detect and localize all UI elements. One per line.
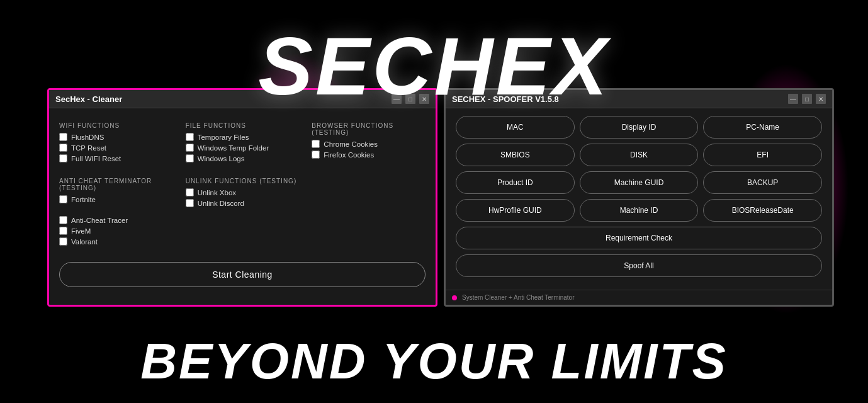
valorant-checkbox[interactable] <box>59 237 67 246</box>
win-temp-folder-item[interactable]: Windows Temp Folder <box>186 144 300 152</box>
spoofer-body: MAC Display ID PC-Name SMBIOS DISK EFI P… <box>446 108 832 290</box>
fortnite-checkbox[interactable] <box>59 195 67 203</box>
win-logs-checkbox[interactable] <box>186 154 194 162</box>
unlink-xbox-label: Unlink Xbox <box>198 189 236 196</box>
tcp-reset-label: TCP Reset <box>71 144 106 152</box>
spoofer-maximize-btn[interactable]: □ <box>802 94 812 104</box>
flush-dns-checkbox[interactable] <box>59 133 67 141</box>
firefox-cookies-item[interactable]: Firefox Cookies <box>312 150 426 159</box>
chrome-cookies-item[interactable]: Chrome Cookies <box>312 140 426 148</box>
temp-files-item[interactable]: Temporary Files <box>186 133 300 141</box>
temp-files-label: Temporary Files <box>198 133 249 141</box>
fortnite-label: Fortnite <box>71 196 96 203</box>
anticheat-section: ANTI CHEAT TERMINATOR (testing) Fortnite… <box>59 171 173 248</box>
flush-dns-item[interactable]: FlushDNS <box>59 133 173 141</box>
tcp-reset-checkbox[interactable] <box>59 144 67 152</box>
full-wifi-reset-label: Full WIFI Reset <box>71 155 121 162</box>
temp-files-checkbox[interactable] <box>186 133 194 141</box>
spoofer-window: SECHEX - SPOOFER V1.5.8 — □ ✕ MAC Displa… <box>444 88 834 307</box>
anti-cheat-tracer-item[interactable]: Anti-Cheat Tracer <box>59 216 128 224</box>
unlink-discord-item[interactable]: Unlink Discord <box>186 199 300 207</box>
unlink-section: UNLINK FUNCTIONS (testing) Unlink Xbox U… <box>186 171 300 248</box>
spoofer-grid-row4: HwProfile GUID Machine ID BIOSReleaseDat… <box>456 199 822 222</box>
unlink-discord-checkbox[interactable] <box>186 199 194 207</box>
anticheat-header: ANTI CHEAT TERMINATOR (testing) <box>59 178 173 191</box>
chrome-cookies-label: Chrome Cookies <box>324 140 378 148</box>
bottom-sections-row: ANTI CHEAT TERMINATOR (testing) Fortnite… <box>59 171 426 248</box>
unlink-xbox-item[interactable]: Unlink Xbox <box>186 188 300 196</box>
hwprofile-guid-button[interactable]: HwProfile GUID <box>456 199 575 222</box>
smbios-button[interactable]: SMBIOS <box>456 144 575 166</box>
mac-button[interactable]: MAC <box>456 116 575 139</box>
unlink-header: UNLINK FUNCTIONS (testing) <box>186 178 300 184</box>
spoofer-minimize-btn[interactable]: — <box>788 94 798 104</box>
watermark-bottom: BEYOND YOUR LIMITS <box>140 332 728 390</box>
flush-dns-label: FlushDNS <box>71 133 104 141</box>
cleaner-titlebar: SecHex - Cleaner — □ ✕ <box>49 90 436 108</box>
full-wifi-reset-checkbox[interactable] <box>59 154 67 162</box>
unlink-discord-label: Unlink Discord <box>198 200 244 207</box>
anti-cheat-tracer-checkbox[interactable] <box>59 216 67 224</box>
fivem-item[interactable]: FiveM <box>59 227 173 235</box>
status-dot <box>452 295 457 300</box>
valorant-label: Valorant <box>71 238 98 246</box>
win-temp-folder-checkbox[interactable] <box>186 144 194 152</box>
cleaner-minimize-btn[interactable]: — <box>392 94 402 104</box>
wifi-header: WIFI FUNCTIONS <box>59 122 173 129</box>
machine-id-button[interactable]: Machine ID <box>580 199 699 222</box>
anti-cheat-tracer-label: Anti-Cheat Tracer <box>71 217 128 224</box>
machine-guid-button[interactable]: Machine GUID <box>580 171 699 194</box>
disk-button[interactable]: DISK <box>580 144 699 166</box>
spoof-all-button[interactable]: Spoof All <box>456 254 822 277</box>
firefox-cookies-label: Firefox Cookies <box>324 151 374 159</box>
status-text: System Cleaner + Anti Cheat Terminator <box>462 294 575 301</box>
browser-section: BROWSER FUNCTIONS (testing) Chrome Cooki… <box>312 116 426 165</box>
efi-button[interactable]: EFI <box>703 144 822 166</box>
file-section: FILE FUNCTIONS Temporary Files Windows T… <box>186 116 300 165</box>
display-id-button[interactable]: Display ID <box>580 116 699 139</box>
unlink-xbox-checkbox[interactable] <box>186 188 194 196</box>
cleaner-title: SecHex - Cleaner <box>55 94 122 104</box>
file-header: FILE FUNCTIONS <box>186 122 300 129</box>
spoofer-grid-row3: Product ID Machine GUID BACKUP <box>456 171 822 194</box>
cleaner-window-controls: — □ ✕ <box>392 94 429 104</box>
top-sections-row: WIFI FUNCTIONS FlushDNS TCP Reset Full W… <box>59 116 426 165</box>
firefox-cookies-checkbox[interactable] <box>312 150 320 159</box>
fivem-checkbox[interactable] <box>59 227 67 235</box>
pc-name-button[interactable]: PC-Name <box>703 116 822 139</box>
valorant-item[interactable]: Valorant <box>59 237 173 246</box>
wifi-section: WIFI FUNCTIONS FlushDNS TCP Reset Full W… <box>59 116 173 165</box>
spoofer-grid-row1: MAC Display ID PC-Name <box>456 116 822 139</box>
spoofer-grid-row2: SMBIOS DISK EFI <box>456 144 822 166</box>
spoofer-title: SECHEX - SPOOFER V1.5.8 <box>452 94 559 104</box>
windows-container: SecHex - Cleaner — □ ✕ WIFI FUNCTIONS Fl… <box>47 88 834 307</box>
fortnite-item[interactable]: Fortnite <box>59 195 96 203</box>
spoofer-titlebar: SECHEX - SPOOFER V1.5.8 — □ ✕ <box>446 90 832 108</box>
cleaner-body: WIFI FUNCTIONS FlushDNS TCP Reset Full W… <box>49 108 436 295</box>
backup-button[interactable]: BACKUP <box>703 171 822 194</box>
product-id-button[interactable]: Product ID <box>456 171 575 194</box>
bios-release-date-button[interactable]: BIOSReleaseDate <box>703 199 822 222</box>
win-temp-folder-label: Windows Temp Folder <box>198 144 269 152</box>
cleaner-window: SecHex - Cleaner — □ ✕ WIFI FUNCTIONS Fl… <box>47 88 437 307</box>
spoofer-close-btn[interactable]: ✕ <box>816 94 826 104</box>
win-logs-label: Windows Logs <box>198 155 245 162</box>
requirement-check-button[interactable]: Requirement Check <box>456 227 822 249</box>
spoofer-status-bar: System Cleaner + Anti Cheat Terminator <box>446 290 832 305</box>
win-logs-item[interactable]: Windows Logs <box>186 154 300 162</box>
fivem-label: FiveM <box>71 227 91 235</box>
cleaner-close-btn[interactable]: ✕ <box>419 94 429 104</box>
cleaner-maximize-btn[interactable]: □ <box>405 94 415 104</box>
empty-col <box>312 171 426 248</box>
tcp-reset-item[interactable]: TCP Reset <box>59 144 173 152</box>
chrome-cookies-checkbox[interactable] <box>312 140 320 148</box>
browser-header: BROWSER FUNCTIONS (testing) <box>312 122 426 136</box>
start-cleaning-button[interactable]: Start Cleaning <box>59 262 426 287</box>
full-wifi-reset-item[interactable]: Full WIFI Reset <box>59 154 173 162</box>
spoofer-window-controls: — □ ✕ <box>788 94 826 104</box>
